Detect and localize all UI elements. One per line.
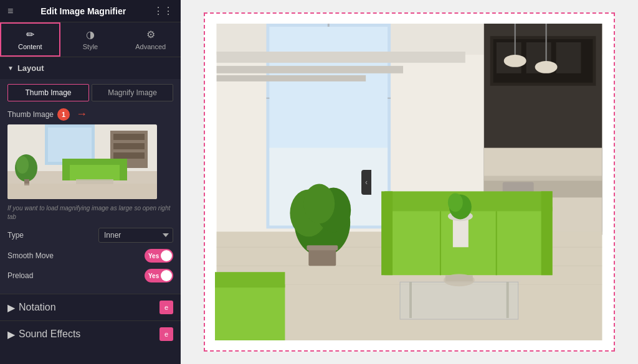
sound-left: ▶ Sound Effects [7, 329, 80, 340]
smooth-move-toggle-label: Yes [148, 253, 159, 259]
type-label: Type [7, 231, 24, 240]
svg-rect-58 [409, 282, 412, 318]
svg-point-37 [504, 55, 526, 67]
preload-toggle-label: Yes [148, 273, 159, 279]
svg-rect-7 [113, 152, 145, 159]
preload-toggle-wrap: Yes [145, 269, 173, 282]
preload-knob [161, 270, 172, 281]
tab-content[interactable]: ✏ Content [0, 22, 60, 57]
svg-rect-61 [445, 275, 473, 281]
svg-rect-12 [76, 179, 113, 184]
preload-label: Preload [7, 271, 33, 280]
svg-rect-50 [381, 191, 393, 275]
svg-rect-3 [48, 128, 92, 162]
svg-rect-6 [113, 143, 145, 149]
collapse-handle[interactable]: ‹ [361, 170, 371, 195]
hamburger-icon[interactable]: ≡ [7, 6, 13, 17]
svg-rect-59 [507, 282, 509, 318]
svg-rect-67 [307, 245, 338, 250]
svg-rect-27 [217, 52, 465, 63]
sub-tab-thumb[interactable]: Thumb Image [7, 84, 89, 101]
notation-icon-box: e [160, 301, 173, 314]
layout-arrow-icon: ▼ [7, 65, 14, 72]
sound-icon-box: e [160, 327, 173, 341]
badge-1: 1 [57, 108, 70, 121]
sidebar: ≡ Edit Image Magnifier ⋮⋮ ✏ Content ◑ St… [0, 0, 181, 364]
preload-row: Preload Yes [7, 269, 173, 282]
svg-point-14 [16, 156, 29, 174]
svg-rect-11 [120, 159, 127, 180]
thumb-image-label: Thumb Image [7, 110, 54, 119]
sidebar-title: Edit Image Magnifier [40, 6, 126, 16]
svg-rect-25 [269, 27, 388, 151]
grid-icon[interactable]: ⋮⋮ [153, 5, 173, 17]
notation-left: ▶ Notation [7, 302, 56, 314]
tab-content-label: Content [18, 43, 42, 50]
sound-effects-label: Sound Effects [19, 329, 80, 340]
smooth-move-label: Smooth Move [7, 251, 54, 260]
image-container [204, 12, 615, 352]
svg-rect-5 [113, 134, 145, 140]
svg-rect-9 [64, 159, 126, 165]
sound-arrow-icon: ▶ [7, 329, 15, 340]
type-select[interactable]: Inner Outer Lens [98, 228, 173, 243]
svg-rect-51 [541, 191, 553, 275]
sub-tab-bar: Thumb Image Magnify Image [7, 84, 173, 101]
smooth-move-row: Smooth Move Yes [7, 249, 173, 263]
tab-advanced-label: Advanced [135, 43, 166, 50]
main-area: ‹ [181, 0, 638, 364]
tab-bar: ✏ Content ◑ Style ⚙ Advanced [0, 22, 181, 57]
sound-effects-section[interactable]: ▶ Sound Effects e [0, 320, 181, 347]
svg-rect-28 [217, 66, 403, 73]
svg-point-65 [303, 184, 335, 223]
svg-rect-55 [215, 272, 285, 287]
type-field-row: Type Inner Outer Lens [7, 228, 173, 243]
notation-label: Notation [19, 302, 56, 313]
tab-style-label: Style [83, 43, 98, 50]
svg-rect-16 [7, 184, 157, 199]
smooth-move-knob [161, 250, 172, 261]
svg-rect-35 [556, 42, 581, 73]
layout-section-header[interactable]: ▼ Layout [0, 57, 181, 79]
layout-section-body: Thumb Image Magnify Image Thumb Image 1 … [0, 79, 181, 294]
sidebar-header: ≡ Edit Image Magnifier ⋮⋮ [0, 0, 181, 22]
thumb-image-field-label: Thumb Image 1 → [7, 108, 173, 121]
tab-style[interactable]: ◑ Style [60, 22, 121, 57]
thumb-hint-text: If you want to load magnifying image as … [7, 204, 173, 222]
svg-rect-10 [62, 159, 70, 180]
svg-rect-42 [484, 176, 602, 181]
notation-section[interactable]: ▶ Notation e [0, 294, 181, 320]
svg-rect-54 [215, 284, 285, 340]
svg-rect-29 [217, 75, 366, 82]
notation-arrow-icon: ▶ [7, 302, 15, 314]
svg-point-39 [535, 61, 558, 73]
preload-toggle[interactable]: Yes [145, 269, 173, 282]
smooth-move-toggle-wrap: Yes [145, 249, 173, 263]
sub-tab-magnify[interactable]: Magnify Image [92, 84, 173, 101]
advanced-icon: ⚙ [146, 29, 155, 40]
layout-label: Layout [17, 63, 44, 73]
content-icon: ✏ [26, 29, 34, 40]
sidebar-content: ▼ Layout Thumb Image Magnify Image Thumb… [0, 57, 181, 364]
style-icon: ◑ [86, 29, 95, 40]
tab-advanced[interactable]: ⚙ Advanced [120, 22, 181, 57]
smooth-move-toggle[interactable]: Yes [145, 249, 173, 263]
svg-point-71 [448, 193, 463, 212]
thumb-image-preview[interactable] [7, 124, 157, 199]
badge-arrow-icon: → [76, 108, 87, 121]
svg-rect-57 [400, 282, 518, 319]
